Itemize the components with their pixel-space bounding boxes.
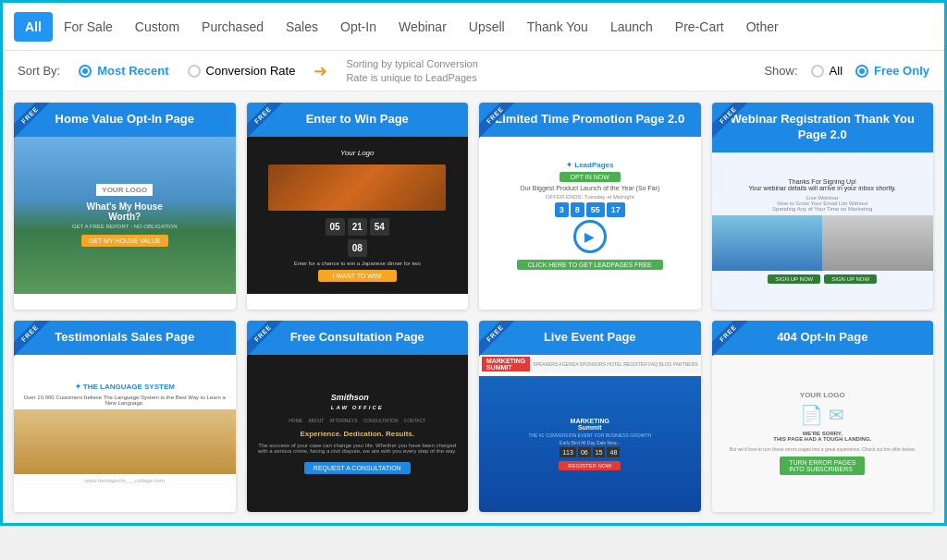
card-thumbnail: SmithsonLAW OFFICE HOMEABOUTATTORNEYSCON… (247, 355, 469, 512)
card-thumbnail: MARKETINGSUMMIT SPEAKERS AGENDA SPONSORS… (479, 355, 701, 512)
thumb-food-image (268, 164, 446, 211)
nav-item-all[interactable]: All (14, 12, 53, 42)
thumb-cta: I WANT TO WIN! (318, 270, 397, 282)
nav-item-other[interactable]: Other (735, 12, 790, 42)
nav-item-forsale[interactable]: For Sale (53, 12, 124, 42)
thumb-logo: SmithsonLAW OFFICE (331, 393, 384, 411)
card-consultation[interactable]: Free Consultation Page SmithsonLAW OFFIC… (247, 321, 469, 512)
card-thumbnail: ✦ LeadPages OPT IN NOW Our Biggest Produ… (479, 137, 701, 294)
thumb-sub: The success of your case can change your… (247, 443, 469, 454)
thumb-nav: SPEAKERS AGENDA SPONSORS HOTEL REGISTER … (533, 361, 697, 367)
nav-item-precart[interactable]: Pre-Cart (664, 12, 735, 42)
show-all[interactable]: All (811, 64, 842, 78)
thumb-counters: 3 8 55 17 (555, 202, 625, 217)
card-404optin[interactable]: 404 Opt-In Page YOUR LOGO 📄✉ WE'RE SORRY… (712, 321, 934, 512)
free-ribbon (712, 321, 753, 361)
thumb-sub: But we'd love to turn those errors pages… (722, 446, 923, 452)
thumb-logo: YOUR LOGO (800, 391, 845, 399)
card-liveevent[interactable]: Live Event Page MARKETINGSUMMIT SPEAKERS… (479, 321, 701, 512)
thumb-subtitle: THE #1 CONVERSION EVENT FOR BUSINESS GRO… (528, 432, 651, 438)
card-promo[interactable]: Limited Time Promotion Page 2.0 ✦ LeadPa… (479, 103, 701, 310)
show-section: Show: All Free Only (764, 64, 929, 78)
sort-most-recent[interactable]: Most Recent (79, 64, 168, 78)
card-title: Free Consultation Page (258, 330, 458, 346)
free-ribbon (479, 321, 520, 361)
thumb-timer: 113 06 15 48 (560, 447, 620, 457)
show-free-only[interactable]: Free Only (855, 64, 929, 78)
conversion-rate-label: Conversion Rate (206, 64, 296, 78)
thumb-cta: GET MY HOUSE VALUE (81, 235, 168, 247)
card-thumbnail: YOUR LOGO 📄✉ WE'RE SORRY,THIS PAGE HAD A… (712, 355, 934, 512)
nav-item-thankyou[interactable]: Thank You (516, 12, 599, 42)
card-home-optin[interactable]: Home Value Opt-In Page YOUR LOGO What's … (14, 103, 236, 310)
card-webinar[interactable]: Webinar Registration Thank You Page 2.0 … (712, 103, 934, 310)
cards-grid: Home Value Opt-In Page YOUR LOGO What's … (3, 91, 944, 523)
nav-item-optin[interactable]: Opt-In (329, 12, 387, 42)
card-header: Live Event Page (479, 321, 701, 355)
free-ribbon (247, 103, 288, 143)
thumb-text: What's My HouseWorth? (87, 201, 163, 222)
card-thumbnail: YOUR LOGO What's My HouseWorth? GET A FR… (14, 137, 236, 294)
card-title: 404 Opt-In Page (723, 330, 923, 346)
thumb-hero: MARKETINGSummit THE #1 CONVERSION EVENT … (479, 376, 701, 512)
play-button[interactable]: ▶ (573, 220, 607, 253)
card-thumbnail: ✦ THE LANGUAGE SYSTEM Over 10,000 Custom… (14, 355, 236, 512)
nav-item-launch[interactable]: Launch (599, 12, 664, 42)
card-title: Limited Time Promotion Page 2.0 (490, 112, 690, 128)
thumb-text: Experience. Dedication. Results. (300, 430, 414, 438)
card-header: Webinar Registration Thank You Page 2.0 (712, 103, 934, 152)
thumb-text: Our Biggest Product Launch of the Year (… (514, 185, 665, 191)
free-ribbon (247, 321, 288, 361)
nav-item-webinar[interactable]: Webinar (387, 12, 458, 42)
free-ribbon (14, 103, 55, 143)
most-recent-radio[interactable] (79, 65, 92, 78)
show-all-radio[interactable] (811, 65, 824, 78)
card-thumbnail: Thanks For Signing Up!Your webinar detai… (712, 152, 934, 310)
card-header: Testimonials Sales Page (14, 321, 236, 355)
thumb-cta-bottom: CLICK HERE TO GET LEADPAGES FREE (517, 260, 663, 270)
card-title: Testimonials Sales Page (25, 330, 225, 346)
top-navigation: All For Sale Custom Purchased Sales Opt-… (3, 3, 944, 51)
thumb-cta: TURN ERROR PAGESINTO SUBSCRIBERS (780, 457, 865, 475)
most-recent-label: Most Recent (97, 64, 168, 78)
arrow-icon: ➜ (314, 61, 327, 81)
sort-conversion-rate[interactable]: Conversion Rate (188, 64, 296, 78)
free-ribbon (14, 321, 55, 361)
nav-item-upsell[interactable]: Upsell (458, 12, 516, 42)
nav-item-custom[interactable]: Custom (124, 12, 191, 42)
thumb-logo: ✦ LeadPages (566, 161, 613, 169)
card-header: Enter to Win Page (247, 103, 469, 137)
thumb-logo: YOUR LOGO (96, 184, 153, 196)
show-free-label: Free Only (874, 64, 929, 78)
thumb-timer: 05 21 54 (326, 218, 389, 236)
card-title: Home Value Opt-In Page (25, 112, 225, 128)
thumb-logo: ✦ THE LANGUAGE SYSTEM (75, 383, 175, 391)
conversion-rate-radio[interactable] (188, 65, 201, 78)
card-testimonials[interactable]: Testimonials Sales Page ✦ THE LANGUAGE S… (14, 321, 236, 512)
thumb-text: Thanks For Signing Up!Your webinar detai… (743, 178, 902, 191)
thumb-text: Over 10,000 Customers believe The Langua… (14, 395, 236, 406)
card-thumbnail: Your Logo 05 21 54 08 Enter for a chance… (247, 137, 469, 294)
show-label: Show: (764, 64, 797, 78)
thumb-icons: 📄✉ (800, 404, 844, 426)
conversion-note: Sorting by typical Conversion Rate is un… (346, 57, 485, 84)
card-title: Live Event Page (490, 330, 690, 346)
thumb-cta: OPT IN NOW (560, 172, 621, 182)
free-ribbon (712, 103, 753, 143)
card-title: Webinar Registration Thank You Page 2.0 (723, 112, 923, 143)
show-all-label: All (830, 64, 842, 78)
show-free-radio[interactable] (855, 65, 868, 78)
sort-by-label: Sort By: (18, 64, 60, 78)
nav-item-purchased[interactable]: Purchased (191, 12, 275, 42)
thumb-btns: SIGN UP NOW SIGN UP NOW (768, 274, 877, 284)
thumb-logo: Your Logo (340, 149, 374, 157)
nav-item-sales[interactable]: Sales (275, 12, 329, 42)
sort-bar: Sort By: Most Recent Conversion Rate ➜ S… (3, 51, 944, 91)
card-enter-win[interactable]: Enter to Win Page Your Logo 05 21 54 08 … (247, 103, 469, 310)
card-header: 404 Opt-In Page (712, 321, 934, 355)
thumb-person-image (14, 409, 236, 474)
thumb-text: WE'RE SORRY,THIS PAGE HAD A TOUGH LANDIN… (766, 431, 879, 442)
card-header: Limited Time Promotion Page 2.0 (479, 103, 701, 137)
thumb-cta: REGISTER NOW (559, 461, 621, 470)
thumb-people (712, 215, 934, 271)
